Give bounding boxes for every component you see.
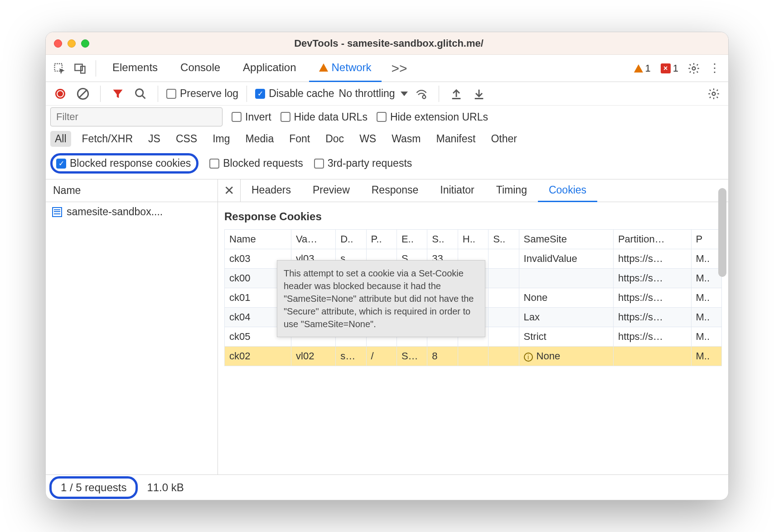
close-details-button[interactable]: ✕ <box>218 179 241 202</box>
disable-cache-label: Disable cache <box>269 87 334 100</box>
network-conditions-icon[interactable] <box>412 85 431 103</box>
chip-fetch-xhr[interactable]: Fetch/XHR <box>77 131 137 147</box>
cookie-cell <box>458 347 488 366</box>
hide-data-urls-label: Hide data URLs <box>294 111 368 123</box>
cookies-column-header[interactable]: P <box>691 230 721 249</box>
settings-gear-icon[interactable] <box>685 59 703 77</box>
cookie-cell <box>489 288 519 308</box>
cookie-cell: S… <box>397 347 427 366</box>
chip-manifest[interactable]: Manifest <box>432 131 480 147</box>
cookie-cell: iNone <box>519 347 613 366</box>
options-row: ✓Blocked response cookies Blocked reques… <box>46 150 728 179</box>
third-party-checkbox[interactable]: 3rd-party requests <box>314 157 412 169</box>
error-count: 1 <box>673 63 678 74</box>
invert-checkbox[interactable]: Invert <box>232 111 271 123</box>
device-toggle-icon[interactable] <box>71 59 89 77</box>
hide-data-urls-checkbox[interactable]: Hide data URLs <box>281 111 368 123</box>
cookie-cell <box>519 269 613 288</box>
cookie-cell: https://s… <box>613 327 691 347</box>
error-badge[interactable]: × 1 <box>657 63 682 74</box>
scrollbar[interactable] <box>718 188 726 277</box>
tab-console[interactable]: Console <box>170 55 230 82</box>
chip-all[interactable]: All <box>50 131 71 147</box>
document-icon <box>52 207 62 217</box>
cookie-cell: M.. <box>691 288 721 308</box>
throttling-select[interactable]: No throttling <box>339 87 408 100</box>
chip-font[interactable]: Font <box>285 131 314 147</box>
filter-funnel-icon[interactable] <box>109 85 127 103</box>
status-bar: 1 / 5 requests 11.0 kB <box>46 474 728 500</box>
chip-wasm[interactable]: Wasm <box>387 131 425 147</box>
tab-headers[interactable]: Headers <box>241 179 302 202</box>
cookie-row[interactable]: ck02vl02s…/S…8iNoneM.. <box>225 347 722 366</box>
tab-network[interactable]: Network <box>309 55 382 82</box>
cookie-cell: M.. <box>691 269 721 288</box>
type-filter-row: All Fetch/XHR JS CSS Img Media Font Doc … <box>46 128 728 150</box>
network-settings-icon[interactable] <box>705 85 723 103</box>
cookie-cell: s… <box>336 347 366 366</box>
hide-ext-urls-label: Hide extension URLs <box>390 111 488 123</box>
throttling-value: No throttling <box>339 87 395 100</box>
cookies-column-header[interactable]: Name <box>225 230 291 249</box>
cookies-column-header[interactable]: P.. <box>366 230 397 249</box>
chip-other[interactable]: Other <box>486 131 522 147</box>
cookies-column-header[interactable]: S.. <box>427 230 458 249</box>
request-count: 1 / 5 requests <box>61 481 126 493</box>
search-icon[interactable] <box>131 85 150 103</box>
hide-extension-urls-checkbox[interactable]: Hide extension URLs <box>377 111 488 123</box>
transfer-size: 11.0 kB <box>147 481 184 494</box>
cookies-column-header[interactable]: Partition… <box>613 230 691 249</box>
tab-initiator[interactable]: Initiator <box>429 179 485 202</box>
tab-elements[interactable]: Elements <box>102 55 168 82</box>
chip-js[interactable]: JS <box>144 131 165 147</box>
cookie-cell <box>489 347 519 366</box>
network-toolbar: Preserve log ✓Disable cache No throttlin… <box>46 82 728 106</box>
maximize-window-button[interactable] <box>81 39 89 48</box>
tab-timing[interactable]: Timing <box>485 179 538 202</box>
cookies-column-header[interactable]: SameSite <box>519 230 613 249</box>
warning-count: 1 <box>645 63 651 74</box>
main-tabs-row: Elements Console Application Network >> … <box>46 55 728 82</box>
blocked-requests-label: Blocked requests <box>223 157 303 169</box>
close-window-button[interactable] <box>54 39 62 48</box>
request-row[interactable]: samesite-sandbox.... <box>46 202 218 222</box>
chip-media[interactable]: Media <box>241 131 279 147</box>
detail-pane: ✕ Headers Preview Response Initiator Tim… <box>218 179 728 474</box>
chip-css[interactable]: CSS <box>171 131 202 147</box>
cookies-column-header[interactable]: H.. <box>458 230 488 249</box>
filter-input[interactable] <box>50 107 223 126</box>
request-count-highlight: 1 / 5 requests <box>49 476 138 499</box>
cookies-column-header[interactable]: D.. <box>336 230 366 249</box>
tab-cookies[interactable]: Cookies <box>538 179 597 202</box>
clear-button[interactable] <box>74 85 92 103</box>
more-tabs-button[interactable]: >> <box>384 61 415 76</box>
chip-ws[interactable]: WS <box>355 131 381 147</box>
svg-point-3 <box>692 67 696 70</box>
tab-network-label: Network <box>332 61 372 74</box>
record-button[interactable] <box>51 85 69 103</box>
download-har-icon[interactable] <box>470 85 488 103</box>
inspect-icon[interactable] <box>50 59 68 77</box>
cookies-column-header[interactable]: S.. <box>489 230 519 249</box>
blocked-requests-checkbox[interactable]: Blocked requests <box>209 157 303 169</box>
chip-img[interactable]: Img <box>208 131 234 147</box>
disable-cache-checkbox[interactable]: ✓Disable cache <box>255 87 334 100</box>
detail-tabs: ✕ Headers Preview Response Initiator Tim… <box>218 179 728 202</box>
blocked-response-cookies-checkbox[interactable]: ✓Blocked response cookies <box>56 157 191 169</box>
cookie-warning-tooltip: This attempt to set a cookie via a Set-C… <box>277 260 485 337</box>
tab-application[interactable]: Application <box>233 55 306 82</box>
warning-badge[interactable]: 1 <box>630 63 654 74</box>
chip-doc[interactable]: Doc <box>321 131 348 147</box>
cookie-cell <box>489 308 519 327</box>
preserve-log-checkbox[interactable]: Preserve log <box>166 87 238 100</box>
cookies-column-header[interactable]: Va… <box>291 230 336 249</box>
cookie-cell: M.. <box>691 308 721 327</box>
tab-preview[interactable]: Preview <box>302 179 361 202</box>
cookies-column-header[interactable]: E.. <box>397 230 427 249</box>
tab-response[interactable]: Response <box>361 179 430 202</box>
kebab-menu-icon[interactable]: ⋮ <box>706 59 724 77</box>
minimize-window-button[interactable] <box>68 39 76 48</box>
cookie-cell: InvalidValue <box>519 249 613 269</box>
upload-har-icon[interactable] <box>447 85 465 103</box>
warning-icon <box>319 63 328 72</box>
